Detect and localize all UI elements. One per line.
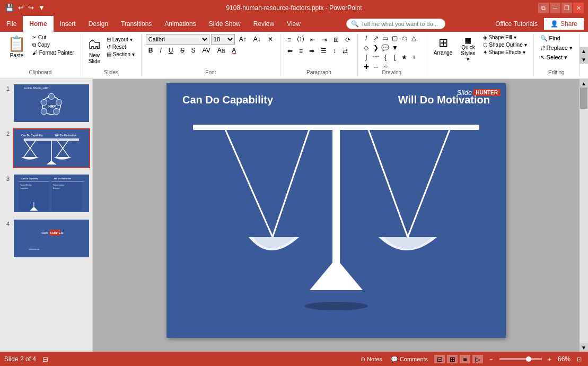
tab-transitions[interactable]: Transitions — [115, 16, 158, 32]
line-icon[interactable]: / — [362, 34, 371, 42]
rect-icon[interactable]: ▭ — [381, 34, 390, 42]
slide-panel[interactable]: 1 Factors Affecting HRP HRP — [0, 79, 93, 352]
font-shrink-button[interactable]: A↓ — [251, 34, 264, 44]
rounded-rect-icon[interactable]: ▢ — [391, 34, 399, 42]
brace-icon[interactable]: { — [381, 53, 390, 62]
taskview-button[interactable]: ⧉ — [538, 3, 549, 13]
triangle-icon[interactable]: △ — [410, 34, 418, 42]
slide-thumb-2[interactable]: 2 Can Do Capability Will Do Motivation — [2, 128, 90, 168]
select-button[interactable]: ↖ Select ▾ — [538, 53, 570, 62]
save-button[interactable]: 💾 — [4, 3, 15, 13]
shape-fill-button[interactable]: ◈ Shape Fill ▾ — [481, 34, 529, 41]
italic-button[interactable]: I — [157, 46, 164, 55]
tab-view[interactable]: View — [280, 16, 307, 32]
tab-review[interactable]: Review — [247, 16, 280, 32]
fit-to-window-button[interactable]: ⊡ — [575, 355, 584, 364]
bracket-icon[interactable]: [ — [391, 53, 399, 62]
arrow-icon[interactable]: ↗ — [372, 34, 380, 42]
text-direction-button[interactable]: ⇄ — [340, 46, 350, 56]
scrollbar-down-arrow[interactable]: ▼ — [580, 343, 588, 352]
font-grow-button[interactable]: A↑ — [236, 34, 249, 44]
font-size-select[interactable]: 18 — [211, 34, 235, 45]
align-left-button[interactable]: ⬅ — [285, 46, 295, 56]
reading-view-button[interactable]: ≡ — [460, 355, 470, 363]
customize-qa-button[interactable]: ▼ — [37, 3, 46, 13]
arrange-button[interactable]: ⊞ Arrange — [431, 34, 456, 58]
slide-thumbnail-2[interactable]: Can Do Capability Will Do Motivation — [13, 128, 90, 168]
copy-button[interactable]: ⧉ Copy — [30, 41, 76, 49]
restore-button[interactable]: ❐ — [561, 3, 572, 13]
zoom-slider[interactable] — [499, 358, 542, 360]
notes-button[interactable]: ⊜ Notes — [358, 355, 384, 364]
justify-button[interactable]: ☰ — [318, 46, 329, 56]
smart-art-button[interactable]: ⟳ — [343, 35, 353, 45]
slide-sorter-button[interactable]: ⊞ — [447, 355, 458, 363]
comments-button[interactable]: 💬 Comments — [389, 355, 430, 364]
columns-button[interactable]: ⊞ — [331, 35, 341, 45]
slide-thumbnail-3[interactable]: Can Do Capability Will Do Motivation Fac… — [13, 173, 90, 213]
new-slide-button[interactable]: 🗂 New Slide — [85, 34, 103, 66]
increase-indent-button[interactable]: ⇥ — [319, 35, 330, 45]
share-button[interactable]: 👤 Share — [544, 18, 584, 30]
slide-thumbnail-1[interactable]: Factors Affecting HRP HRP — [13, 83, 90, 123]
diamond-icon[interactable]: ◇ — [362, 43, 371, 52]
slideshow-button[interactable]: ▷ — [472, 355, 483, 363]
change-case-button[interactable]: Aa — [215, 46, 228, 55]
numbering-button[interactable]: ⑴ — [295, 34, 306, 45]
ribbon-scroll-up[interactable]: ▲ — [580, 47, 588, 55]
tab-insert[interactable]: Insert — [54, 16, 82, 32]
text-shadow-button[interactable]: S — [189, 46, 198, 55]
line-spacing-button[interactable]: ↕ — [330, 46, 339, 56]
slide-thumbnail-4[interactable]: Slide HUNTER slidehunter.com — [13, 219, 90, 258]
font-name-select[interactable]: Calibri — [146, 34, 209, 45]
chevron-icon[interactable]: ❯ — [372, 43, 380, 52]
scrollbar-track[interactable] — [580, 88, 588, 343]
decrease-indent-button[interactable]: ⇤ — [308, 35, 318, 45]
replace-button[interactable]: ⇄ Replace ▾ — [538, 43, 575, 53]
slide-thumb-1[interactable]: 1 Factors Affecting HRP HRP — [2, 83, 90, 123]
scrollbar-up-arrow[interactable]: ▲ — [580, 79, 588, 88]
oval-icon[interactable]: ⬭ — [400, 34, 409, 42]
star-icon[interactable]: ★ — [400, 53, 409, 62]
tell-me-input[interactable] — [361, 21, 441, 27]
underline-button[interactable]: U — [166, 46, 176, 55]
slide-thumb-4[interactable]: 4 Slide HUNTER slidehunter.com — [2, 219, 90, 258]
plus-icon[interactable]: + — [410, 53, 418, 62]
slide-thumb-3[interactable]: 3 Can Do Capability Will Do Motivation F… — [2, 173, 90, 213]
zoom-out-button[interactable]: − — [487, 355, 495, 363]
tab-home[interactable]: Home — [23, 16, 53, 32]
callout-icon[interactable]: 💬 — [381, 43, 390, 52]
align-center-button[interactable]: ≡ — [296, 46, 305, 56]
minimize-button[interactable]: ─ — [550, 3, 560, 13]
bullets-button[interactable]: ≡ — [285, 35, 294, 45]
clear-format-button[interactable]: ✕ — [265, 34, 276, 44]
tell-me-box[interactable]: 🔍 — [346, 19, 445, 29]
ribbon-scroll-down[interactable]: ▼ — [580, 55, 588, 64]
zoom-in-button[interactable]: + — [546, 355, 554, 363]
align-right-button[interactable]: ➡ — [306, 46, 317, 56]
cut-button[interactable]: ✂ Cut — [30, 34, 76, 41]
quick-styles-button[interactable]: ▦ Quick Styles ▾ — [458, 34, 478, 64]
font-color-button[interactable]: A — [229, 46, 239, 55]
tab-file[interactable]: File — [0, 16, 23, 32]
find-button[interactable]: 🔍 Find — [538, 34, 563, 43]
bold-button[interactable]: B — [146, 46, 156, 55]
paste-button[interactable]: 📋 Paste — [4, 34, 29, 59]
normal-view-button[interactable]: ⊟ — [434, 355, 445, 363]
curve-icon[interactable]: ∫ — [362, 53, 371, 62]
shape-outline-button[interactable]: ⬡ Shape Outline ▾ — [481, 41, 529, 48]
tab-design[interactable]: Design — [82, 16, 115, 32]
char-spacing-button[interactable]: AV — [200, 46, 213, 55]
layout-button[interactable]: ⊟ Layout ▾ — [104, 36, 137, 43]
more-shapes-icon[interactable]: ▼ — [391, 43, 399, 52]
tab-animations[interactable]: Animations — [158, 16, 202, 32]
redo-button[interactable]: ↪ — [27, 3, 35, 13]
scrollbar-thumb[interactable] — [580, 88, 587, 109]
office-tutorials-button[interactable]: Office Tutorials — [489, 18, 544, 30]
shape-effects-button[interactable]: ✦ Shape Effects ▾ — [481, 49, 529, 56]
slide-canvas[interactable]: Slide HUNTER Can Do Capability Will Do M… — [166, 83, 506, 338]
undo-button[interactable]: ↩ — [17, 3, 25, 13]
close-button[interactable]: ✕ — [573, 3, 584, 13]
strikethrough-button[interactable]: S̶ — [178, 46, 187, 55]
format-painter-button[interactable]: 🖌 Format Painter — [30, 49, 76, 56]
